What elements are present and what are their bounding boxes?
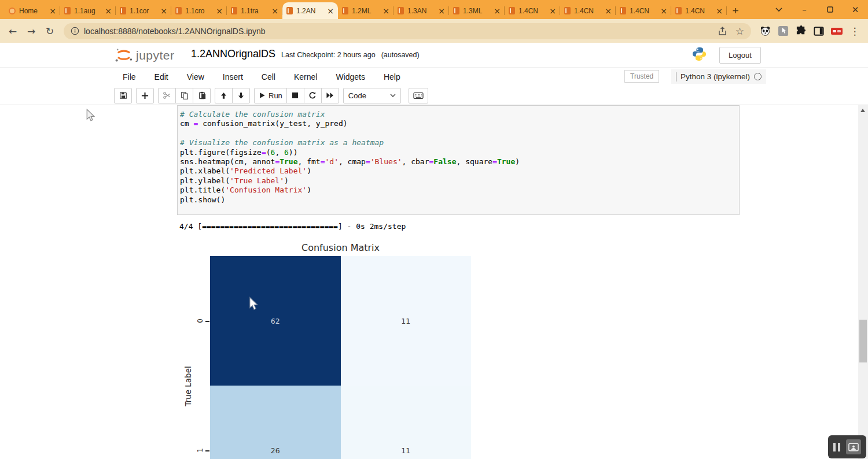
trusted-badge[interactable]: Trusted bbox=[624, 70, 659, 83]
heatmap-value: 11 bbox=[401, 317, 410, 325]
menu-item-kernel[interactable]: Kernel bbox=[285, 72, 326, 82]
url-text[interactable]: localhost:8888/notebooks/1.2ANNOrignalDS… bbox=[84, 27, 709, 36]
maximize-icon[interactable] bbox=[817, 0, 843, 19]
menu-item-view[interactable]: View bbox=[178, 72, 214, 82]
extensions-row: ⋮ bbox=[759, 25, 860, 37]
browser-tab-home[interactable]: Home× bbox=[5, 2, 60, 19]
forward-icon[interactable]: → bbox=[22, 25, 41, 37]
tab-label: 1.4CN bbox=[685, 7, 712, 15]
tab-close-icon[interactable]: × bbox=[327, 7, 334, 15]
extensions-puzzle-icon[interactable] bbox=[795, 25, 807, 37]
kernel-indicator: Python 3 (ipykernel) bbox=[671, 69, 766, 84]
browser-tab-1.4cn[interactable]: 1.4CN× bbox=[616, 2, 671, 19]
close-window-icon[interactable]: ✕ bbox=[843, 0, 868, 19]
notebook-favicon bbox=[453, 7, 459, 14]
tab-label: 1.1cor bbox=[130, 7, 157, 15]
new-tab-button[interactable]: + bbox=[727, 2, 744, 19]
code-line: plt.ylabel('True Label') bbox=[180, 176, 739, 186]
tab-close-icon[interactable]: × bbox=[716, 7, 723, 15]
menu-item-cell[interactable]: Cell bbox=[252, 72, 285, 82]
browser-tab-1.2ml[interactable]: 1.2ML× bbox=[338, 2, 393, 19]
code-line: plt.title('Confusion Matrix') bbox=[180, 186, 739, 195]
tab-close-icon[interactable]: × bbox=[105, 7, 112, 15]
restart-run-all-button[interactable] bbox=[321, 88, 339, 103]
menu-item-insert[interactable]: Insert bbox=[214, 72, 252, 82]
move-cell-up-button[interactable] bbox=[215, 88, 233, 103]
browser-tab-1.1cro[interactable]: 1.1cro× bbox=[171, 2, 227, 19]
menu-item-edit[interactable]: Edit bbox=[145, 72, 178, 82]
checkpoint-status: Last Checkpoint: 2 hours ago bbox=[281, 51, 376, 59]
scrollbar-thumb[interactable] bbox=[859, 320, 867, 362]
run-button[interactable]: Run bbox=[254, 88, 287, 103]
tab-close-icon[interactable]: × bbox=[49, 7, 56, 15]
panda-extension-icon[interactable] bbox=[759, 25, 771, 37]
browser-tab-1.1cor[interactable]: 1.1cor× bbox=[116, 2, 171, 19]
menu-item-widgets[interactable]: Widgets bbox=[326, 72, 374, 82]
notebook-title[interactable]: 1.2ANNOrignalDS bbox=[191, 48, 275, 60]
pip-person-icon bbox=[848, 443, 859, 451]
tab-close-icon[interactable]: × bbox=[494, 7, 501, 15]
interrupt-kernel-button[interactable] bbox=[286, 88, 304, 103]
restart-kernel-button[interactable] bbox=[304, 88, 322, 103]
tab-close-icon[interactable]: × bbox=[160, 7, 167, 15]
command-palette-button[interactable] bbox=[409, 88, 428, 103]
bookmark-star-icon[interactable]: ☆ bbox=[735, 25, 744, 37]
save-button[interactable] bbox=[114, 88, 132, 103]
tab-close-icon[interactable]: × bbox=[216, 7, 223, 15]
tab-close-icon[interactable]: × bbox=[438, 7, 445, 15]
tab-close-icon[interactable]: × bbox=[382, 7, 389, 15]
y-tick-mark bbox=[205, 450, 209, 451]
tab-close-icon[interactable]: × bbox=[605, 7, 612, 15]
browser-tab-1.4cn[interactable]: 1.4CN× bbox=[671, 2, 727, 19]
add-cell-button[interactable] bbox=[136, 88, 154, 103]
side-panel-icon[interactable] bbox=[813, 25, 825, 37]
red-extension-icon[interactable] bbox=[831, 25, 843, 37]
browser-tab-1.4cn[interactable]: 1.4CN× bbox=[505, 2, 560, 19]
logout-button[interactable]: Logout bbox=[719, 47, 761, 64]
page-scrollbar[interactable] bbox=[858, 105, 868, 459]
run-group: Run bbox=[254, 88, 339, 103]
share-icon[interactable] bbox=[718, 27, 727, 36]
tab-label: 1.2ML bbox=[352, 7, 379, 15]
tab-label: 1.4CN bbox=[574, 7, 601, 15]
plot-title: Confusion Matrix bbox=[210, 242, 471, 253]
tab-search-chevron-icon[interactable] bbox=[766, 0, 792, 19]
back-icon[interactable]: ← bbox=[3, 25, 22, 37]
tab-close-icon[interactable]: × bbox=[660, 7, 667, 15]
plus-icon bbox=[141, 92, 149, 99]
code-editor[interactable]: # Calculate the confusion matrixcm = con… bbox=[178, 106, 739, 205]
cell-type-select[interactable]: Code bbox=[343, 88, 401, 103]
fast-forward-icon bbox=[326, 92, 334, 99]
copy-cell-button[interactable] bbox=[175, 88, 193, 103]
code-cell[interactable]: # Calculate the confusion matrixcm = con… bbox=[177, 105, 740, 215]
paste-icon bbox=[198, 91, 206, 99]
browser-tab-1.1aug[interactable]: 1.1aug× bbox=[60, 2, 116, 19]
site-info-icon[interactable] bbox=[71, 27, 79, 35]
notebook-favicon bbox=[398, 7, 404, 14]
cut-cell-button[interactable] bbox=[158, 88, 176, 103]
tab-close-icon[interactable]: × bbox=[549, 7, 556, 15]
menu-item-help[interactable]: Help bbox=[374, 72, 410, 82]
pause-icon[interactable] bbox=[833, 443, 840, 451]
url-bar[interactable]: localhost:8888/notebooks/1.2ANNOrignalDS… bbox=[64, 23, 751, 39]
browser-tab-1.3an[interactable]: 1.3AN× bbox=[393, 2, 449, 19]
refresh-icon[interactable]: ↻ bbox=[41, 25, 59, 37]
tab-close-icon[interactable]: × bbox=[271, 7, 278, 15]
notebook-favicon bbox=[620, 7, 626, 14]
picture-in-picture-button[interactable] bbox=[846, 439, 861, 454]
y-axis-label: True Label bbox=[183, 366, 193, 406]
browser-tab-1.4cn[interactable]: 1.4CN× bbox=[560, 2, 616, 19]
menu-item-file[interactable]: File bbox=[113, 72, 145, 82]
browser-tab-1.3ml[interactable]: 1.3ML× bbox=[449, 2, 505, 19]
move-cell-down-button[interactable] bbox=[232, 88, 250, 103]
browser-tab-1.1tra[interactable]: 1.1tra× bbox=[227, 2, 282, 19]
scrollbar-up-icon[interactable] bbox=[860, 109, 865, 112]
minimize-icon[interactable]: – bbox=[792, 0, 817, 19]
selector-extension-icon[interactable] bbox=[777, 25, 789, 37]
browser-tab-1.2an[interactable]: 1.2AN× bbox=[282, 2, 338, 19]
notebook-favicon bbox=[64, 7, 71, 14]
jupyter-logo[interactable]: jupyter bbox=[114, 47, 175, 64]
browser-menu-kebab-icon[interactable]: ⋮ bbox=[849, 25, 860, 37]
y-tick-label-0: 0 bbox=[196, 319, 204, 323]
paste-cell-button[interactable] bbox=[193, 88, 211, 103]
